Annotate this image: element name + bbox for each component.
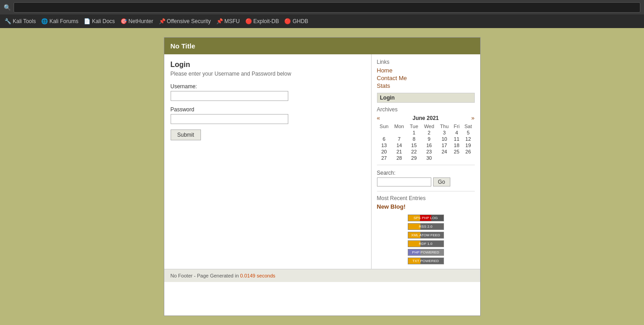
calendar-day[interactable]: 10 [437, 136, 451, 142]
bookmark-exploit-db[interactable]: 🔴 Exploit-DB [243, 17, 281, 25]
login-subtitle: Please enter your Username and Password … [171, 71, 365, 77]
cal-header-tue: Tue [407, 123, 421, 129]
most-recent-label: Most Recent Entries [377, 195, 475, 201]
badge-txt-powered[interactable]: TXT POWERED [408, 258, 444, 264]
sidebar-link-stats[interactable]: Stats [377, 82, 475, 89]
bookmark-msfu[interactable]: 📌 MSFU [215, 17, 242, 25]
username-input[interactable] [171, 91, 288, 101]
calendar-day[interactable]: 18 [452, 142, 462, 148]
bookmark-kali-docs[interactable]: 📄 Kali Docs [82, 17, 117, 25]
kali-docs-icon: 📄 [84, 18, 91, 24]
badge-php-powered[interactable]: PHP POWERED [408, 249, 444, 256]
calendar-day[interactable]: 4 [452, 129, 462, 136]
nethunter-icon: 🎯 [120, 18, 127, 24]
bookmark-kali-forums[interactable]: 🌐 Kali Forums [39, 17, 80, 25]
search-label: Search: [377, 170, 475, 176]
calendar-day[interactable]: 25 [452, 148, 462, 155]
cal-header-thu: Thu [437, 123, 451, 129]
search-section: Search: Go [377, 170, 475, 186]
calendar-day[interactable]: 14 [391, 142, 407, 148]
calendar-section: Archives « June 2021 » Sun Mon Tue Wed [377, 106, 475, 161]
password-input[interactable] [171, 114, 288, 124]
site-header: No Title [164, 38, 480, 54]
calendar-day[interactable]: 17 [437, 142, 451, 148]
search-input[interactable] [377, 177, 431, 186]
calendar-day[interactable]: 28 [391, 155, 407, 161]
exploit-db-icon: 🔴 [245, 18, 252, 24]
calendar-day[interactable]: 11 [452, 136, 462, 142]
calendar-day[interactable]: 27 [377, 155, 391, 161]
submit-button[interactable]: Submit [171, 129, 201, 140]
calendar-day[interactable]: 13 [377, 142, 391, 148]
badge-xml-atom-feed[interactable]: XML ATOM FEED [408, 232, 444, 239]
calendar-day [377, 129, 391, 136]
main-content: Login Please enter your Username and Pas… [164, 54, 372, 269]
calendar-day[interactable]: 24 [437, 148, 451, 155]
sidebar-link-contact[interactable]: Contact Me [377, 75, 475, 81]
calendar-day[interactable]: 15 [407, 142, 421, 148]
calendar-day[interactable]: 6 [377, 136, 391, 142]
calendar-day[interactable]: 23 [421, 148, 437, 155]
badge-rss-20[interactable]: RSS 2.0 [408, 223, 444, 230]
kali-forums-icon: 🌐 [41, 18, 48, 24]
calendar-day[interactable]: 20 [377, 148, 391, 155]
bookmark-offensive-security[interactable]: 📌 Offensive Security [157, 17, 213, 25]
go-button[interactable]: Go [433, 177, 450, 186]
site-footer: No Footer - Page Generated in 0.0149 sec… [164, 269, 480, 282]
cal-header-fri: Fri [452, 123, 462, 129]
new-blog-link[interactable]: New Blog! [377, 203, 475, 210]
badge-sbs-php-log[interactable]: SPS PHP LOG [408, 215, 444, 221]
links-section-title: Links [377, 59, 475, 65]
login-title: Login [171, 61, 365, 69]
badge-rdf-10[interactable]: RDF 1.0 [408, 240, 444, 247]
bookmark-kali-tools[interactable]: 🔧 Kali Tools [3, 17, 38, 25]
cal-header-sun: Sun [377, 123, 391, 129]
badge-row: SPS PHP LOG RSS 2.0 XML ATOM FEED RDF 1.… [377, 215, 475, 264]
search-icon: 🔍 [4, 4, 11, 11]
site-title: No Title [171, 42, 196, 50]
kali-tools-icon: 🔧 [5, 18, 11, 24]
address-bar: 🔍 10.10.10.100/blog/ [0, 0, 644, 14]
archives-title: Archives [377, 106, 475, 113]
calendar-day[interactable]: 1 [407, 129, 421, 136]
msfu-icon: 📌 [216, 18, 223, 24]
calendar-day[interactable]: 21 [391, 148, 407, 155]
sidebar-login-header: Login [377, 93, 475, 103]
main-container: No Title Login Please enter your Usernam… [164, 37, 481, 316]
calendar-day [391, 129, 407, 136]
divider-2 [377, 191, 475, 191]
footer-text: No Footer - Page Generated in [171, 273, 240, 278]
divider-1 [377, 165, 475, 165]
calendar-day[interactable]: 12 [462, 136, 474, 142]
search-row: Go [377, 177, 475, 186]
calendar-day [452, 155, 462, 161]
bookmark-nethunter[interactable]: 🎯 NetHunter [119, 17, 155, 25]
footer-time: 0.0149 seconds [240, 273, 276, 278]
recent-section: Most Recent Entries New Blog! [377, 195, 475, 210]
calendar-day[interactable]: 5 [462, 129, 474, 136]
ghdb-icon: 🔴 [284, 18, 291, 24]
url-input[interactable]: 10.10.10.100/blog/ [14, 2, 640, 13]
calendar-day[interactable]: 22 [407, 148, 421, 155]
sidebar: Links Home Contact Me Stats Login Archiv… [372, 54, 480, 269]
cal-header-wed: Wed [421, 123, 437, 129]
calendar-day[interactable]: 2 [421, 129, 437, 136]
calendar-nav: « June 2021 » [377, 115, 475, 121]
username-label: Username: [171, 83, 365, 90]
calendar-day[interactable]: 19 [462, 142, 474, 148]
calendar-day[interactable]: 26 [462, 148, 474, 155]
calendar-day[interactable]: 16 [421, 142, 437, 148]
sidebar-link-home[interactable]: Home [377, 67, 475, 74]
calendar-day[interactable]: 7 [391, 136, 407, 142]
calendar-day [462, 155, 474, 161]
calendar-day[interactable]: 9 [421, 136, 437, 142]
calendar-prev-button[interactable]: « [377, 115, 380, 121]
bookmark-bar: 🔧 Kali Tools 🌐 Kali Forums 📄 Kali Docs 🎯… [0, 14, 644, 28]
calendar-next-button[interactable]: » [471, 115, 474, 121]
calendar-day[interactable]: 30 [421, 155, 437, 161]
calendar-day[interactable]: 29 [407, 155, 421, 161]
calendar-day[interactable]: 3 [437, 129, 451, 136]
calendar-day[interactable]: 8 [407, 136, 421, 142]
calendar-table: Sun Mon Tue Wed Thu Fri Sat 123456789101… [377, 123, 475, 161]
bookmark-ghdb[interactable]: 🔴 GHDB [282, 17, 310, 25]
